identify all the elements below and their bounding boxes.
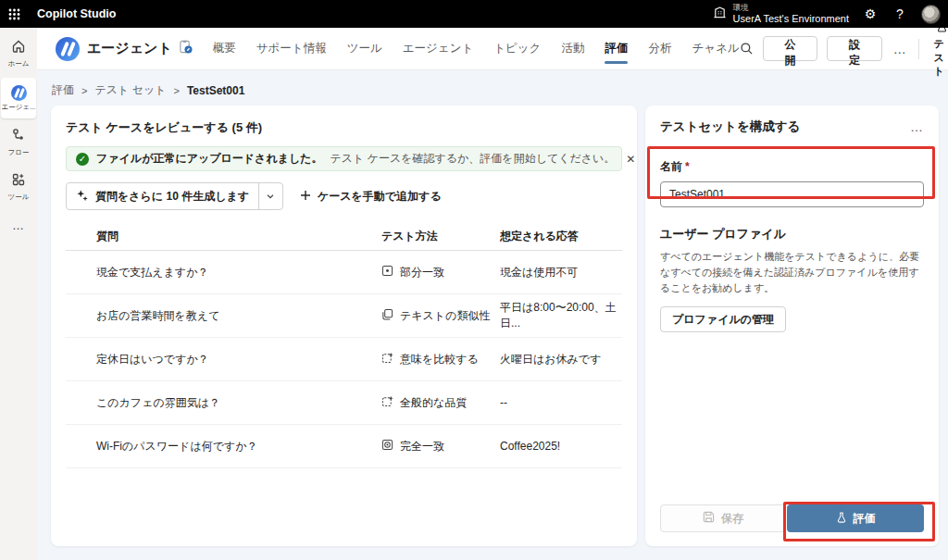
breadcrumb-current: TestSet001 xyxy=(187,84,244,97)
add-case-button[interactable]: ケースを手動で追加する xyxy=(300,189,442,205)
banner-bold-text: ファイルが正常にアップロードされました。 xyxy=(96,151,323,167)
user-profile-title: ユーザー プロファイル xyxy=(660,226,924,243)
required-asterisk: * xyxy=(685,160,690,173)
environment-name: UserA Test's Environment xyxy=(733,13,849,25)
header-more-icon[interactable]: … xyxy=(892,42,909,56)
agent-nav-tabs: 概要 サポート情報 ツール エージェント トピック 活動 評価 分析 チャネル xyxy=(213,28,740,69)
sidebar-item-home[interactable]: ホーム xyxy=(1,33,36,74)
cell-response: -- xyxy=(500,396,622,409)
panel-more-icon[interactable]: … xyxy=(910,119,924,134)
edit-agent-icon[interactable] xyxy=(179,40,193,57)
app-title: Copilot Studio xyxy=(37,7,116,20)
evaluate-beaker-icon xyxy=(836,512,847,526)
panel-title: テストセットを構成する xyxy=(660,118,800,135)
cell-question: 定休日はいつですか？ xyxy=(96,352,381,367)
generate-questions-split-button: 質問をさらに 10 件生成します xyxy=(66,182,283,210)
agent-title: エージェント xyxy=(87,40,172,57)
sidebar-more-icon[interactable]: … xyxy=(12,218,25,232)
top-app-bar: Copilot Studio 環境 UserA Test's Environme… xyxy=(0,0,948,28)
evaluate-button[interactable]: 評価 xyxy=(787,504,924,532)
breadcrumb-test-set[interactable]: テスト セット xyxy=(94,82,166,98)
cell-question: Wi-Fiのパスワードは何ですか？ xyxy=(96,439,381,454)
waffle-menu-icon[interactable] xyxy=(0,0,28,28)
success-check-icon: ✓ xyxy=(76,153,89,166)
upload-success-banner: ✓ ファイルが正常にアップロードされました。 テスト ケースを確認するか、評価を… xyxy=(66,146,622,171)
tab-overview[interactable]: 概要 xyxy=(213,28,236,69)
tab-channels[interactable]: チャネル xyxy=(692,28,739,69)
cell-response: 火曜日はお休みです xyxy=(500,352,622,367)
cell-question: 現金で支払えますか？ xyxy=(96,265,381,280)
breadcrumb-separator: > xyxy=(81,85,87,96)
test-cases-title: テスト ケースをレビューする (5 件) xyxy=(66,119,622,136)
panel-footer: 保存 評価 xyxy=(660,504,924,532)
cell-method-label: 意味を比較する xyxy=(400,352,479,367)
cell-method-label: テキストの類似性 xyxy=(400,308,490,324)
user-profile-description: すべてのエージェント機能をテストできるように、必要なすべての接続を備えた認証済み… xyxy=(660,249,924,296)
tab-support[interactable]: サポート情報 xyxy=(256,28,327,69)
agent-logo-icon xyxy=(11,85,27,101)
help-icon[interactable]: ? xyxy=(892,6,908,21)
semantic-compare-icon xyxy=(381,352,393,367)
tools-icon xyxy=(11,172,26,191)
breadcrumb: 評価 > テスト セット > TestSet001 xyxy=(52,82,244,98)
cell-question: このカフェの雰囲気は？ xyxy=(96,395,381,411)
table-row[interactable]: Wi-Fiのパスワードは何ですか？ 完全一致 Coffee2025! xyxy=(66,425,622,468)
ai-sparkle-icon xyxy=(76,189,89,205)
generate-questions-button[interactable]: 質問をさらに 10 件生成します xyxy=(67,183,258,209)
manage-profiles-button[interactable]: プロファイルの管理 xyxy=(660,306,786,332)
environment-picker[interactable]: 環境 UserA Test's Environment xyxy=(713,4,849,24)
cell-response: 平日は8:00〜20:00、土日... xyxy=(500,300,622,331)
save-button: 保存 xyxy=(660,504,786,532)
table-row[interactable]: お店の営業時間を教えて テキストの類似性 平日は8:00〜20:00、土日... xyxy=(66,294,622,338)
table-row[interactable]: このカフェの雰囲気は？ 全般的な品質 -- xyxy=(66,381,622,425)
col-header-response: 想定される応答 xyxy=(500,229,622,244)
sidebar-item-flows[interactable]: フロー xyxy=(1,122,36,163)
save-floppy-icon xyxy=(703,511,715,526)
cell-method-label: 完全一致 xyxy=(400,439,444,454)
table-row[interactable]: 定休日はいつですか？ 意味を比較する 火曜日はお休みです xyxy=(66,338,622,381)
tab-evaluation[interactable]: 評価 xyxy=(605,28,628,69)
table-row[interactable]: 現金で支払えますか？ 部分一致 現金は使用不可 xyxy=(66,251,622,294)
test-cases-card: テスト ケースをレビューする (5 件) ✓ ファイルが正常にアップロードされま… xyxy=(51,106,637,546)
cell-response: Coffee2025! xyxy=(500,440,622,453)
general-quality-icon xyxy=(381,395,393,410)
partial-match-icon xyxy=(381,265,393,280)
sidebar-item-tools[interactable]: ツール xyxy=(1,167,36,207)
cell-method-label: 部分一致 xyxy=(400,265,444,280)
settings-button[interactable]: 設定 xyxy=(827,36,882,61)
tab-analytics[interactable]: 分析 xyxy=(648,28,671,69)
cell-question: お店の営業時間を教えて xyxy=(96,308,381,324)
settings-gear-icon[interactable]: ⚙ xyxy=(862,6,879,21)
header-divider xyxy=(918,39,919,59)
tab-agents[interactable]: エージェント xyxy=(403,28,473,69)
sidebar-item-agents[interactable]: エージェ... xyxy=(1,78,36,118)
tab-tools[interactable]: ツール xyxy=(347,28,382,69)
tab-topics[interactable]: トピック xyxy=(493,28,541,69)
configure-test-set-panel: テストセットを構成する … 名前* ユーザー プロファイル すべてのエージェント… xyxy=(645,106,939,546)
table-header-row: 質問 テスト方法 想定される応答 xyxy=(66,223,622,251)
flow-icon xyxy=(11,128,26,146)
environment-label: 環境 xyxy=(733,4,849,13)
table-actions: 質問をさらに 10 件生成します ケースを手動で追加する xyxy=(66,182,622,210)
col-header-method: テスト方法 xyxy=(381,229,500,244)
environment-icon xyxy=(713,6,727,23)
breadcrumb-separator: > xyxy=(173,85,179,96)
left-nav-sidebar: ホーム エージェ... フロー ツール … xyxy=(0,28,37,560)
exact-match-icon xyxy=(381,439,393,454)
user-avatar[interactable] xyxy=(921,5,941,24)
breadcrumb-evaluation[interactable]: 評価 xyxy=(52,82,74,98)
banner-close-icon[interactable]: ✕ xyxy=(622,151,639,168)
banner-text: テスト ケースを確認するか、評価を開始してください。 xyxy=(331,151,616,167)
search-icon[interactable] xyxy=(740,38,754,60)
plus-icon xyxy=(300,190,311,204)
generate-dropdown-chevron-icon[interactable] xyxy=(258,183,282,209)
name-field-label: 名前* xyxy=(660,159,924,175)
test-set-name-input[interactable] xyxy=(660,181,924,207)
publish-button[interactable]: 公開 xyxy=(763,36,818,61)
test-pane-button[interactable]: テスト xyxy=(928,19,948,79)
agent-logo xyxy=(56,37,80,61)
test-cases-table: 質問 テスト方法 想定される応答 現金で支払えますか？ 部分一致 現金は使用不可… xyxy=(66,223,622,468)
cell-method-label: 全般的な品質 xyxy=(400,395,467,411)
text-similarity-icon xyxy=(381,308,393,323)
tab-activity[interactable]: 活動 xyxy=(561,28,584,69)
